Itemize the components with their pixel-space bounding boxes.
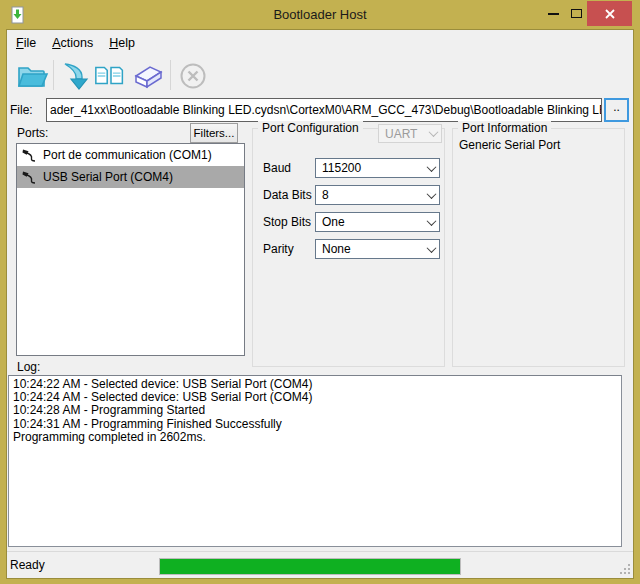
toolbar-separator	[53, 60, 54, 90]
menu-actions-label: A	[52, 36, 60, 50]
port-item-label: USB Serial Port (COM4)	[43, 170, 173, 184]
maximize-icon	[571, 9, 582, 18]
erase-icon	[129, 61, 165, 91]
chevron-down-icon	[430, 125, 437, 142]
file-label: File:	[10, 103, 33, 117]
browse-button[interactable]: ..	[604, 98, 629, 122]
chevron-down-icon	[428, 213, 435, 231]
port-information-content: Generic Serial Port	[459, 138, 560, 152]
file-path-input[interactable]: ader_41xx\Bootloadable Blinking LED.cyds…	[46, 98, 602, 122]
program-icon	[61, 61, 91, 91]
abort-button[interactable]	[175, 58, 211, 94]
toolbar	[7, 55, 633, 97]
progress-fill	[160, 559, 460, 574]
log-line: Programming completed in 2602ms.	[13, 431, 617, 444]
log-line: 10:24:31 AM - Programming Finished Succe…	[13, 418, 617, 431]
log-output[interactable]: 10:24:22 AM - Selected device: USB Seria…	[8, 375, 622, 547]
stop-bits-select[interactable]: One	[315, 212, 440, 232]
program-button[interactable]	[58, 58, 94, 94]
log-line: 10:24:28 AM - Programming Started	[13, 404, 617, 417]
protocol-select[interactable]: UART	[378, 124, 442, 143]
port-information-title: Port Information	[458, 121, 551, 135]
baud-select[interactable]: 115200	[315, 158, 440, 178]
log-label: Log:	[17, 360, 40, 374]
toolbar-separator	[170, 60, 171, 90]
verify-icon	[93, 61, 129, 91]
menu-actions[interactable]: Actions	[44, 30, 101, 55]
serial-port-icon	[21, 169, 37, 185]
parity-label: Parity	[263, 242, 294, 256]
titlebar: Bootloader Host	[0, 0, 640, 30]
port-list[interactable]: Port de communication (COM1) USB Serial …	[16, 143, 245, 356]
stop-bits-label: Stop Bits	[263, 215, 311, 229]
port-list-item-com4[interactable]: USB Serial Port (COM4)	[17, 166, 244, 188]
abort-icon	[178, 61, 208, 91]
data-bits-select[interactable]: 8	[315, 185, 440, 205]
ports-label: Ports:	[17, 126, 48, 140]
resize-grip-icon[interactable]	[619, 564, 630, 575]
minimize-icon	[548, 13, 559, 15]
menu-file[interactable]: File	[8, 30, 44, 55]
parity-select[interactable]: None	[315, 239, 440, 259]
data-bits-label: Data Bits	[263, 188, 312, 202]
status-text: Ready	[10, 558, 45, 572]
statusbar: Ready	[7, 551, 633, 578]
port-configuration-group: Port Configuration Baud 115200 Data Bits…	[252, 128, 445, 367]
verify-button[interactable]	[93, 58, 129, 94]
serial-port-icon	[21, 147, 37, 163]
close-icon	[604, 8, 616, 20]
bootloader-host-window: { "window": { "title": "Bootloader Host"…	[0, 0, 640, 584]
erase-button[interactable]	[129, 58, 165, 94]
port-list-item-com1[interactable]: Port de communication (COM1)	[17, 144, 244, 166]
chevron-down-icon	[428, 240, 435, 258]
port-item-label: Port de communication (COM1)	[43, 148, 212, 162]
minimize-button[interactable]	[541, 1, 565, 26]
open-file-icon	[15, 61, 49, 91]
menu-file-label: F	[16, 36, 24, 50]
client-area: File Actions Help	[7, 30, 633, 578]
open-file-button[interactable]	[14, 58, 50, 94]
baud-label: Baud	[263, 161, 291, 175]
maximize-button[interactable]	[565, 1, 587, 26]
menu-help[interactable]: Help	[101, 30, 143, 55]
progress-bar	[159, 558, 461, 575]
port-information-group: Port Information Generic Serial Port	[452, 128, 625, 367]
menubar: File Actions Help	[7, 30, 633, 55]
menu-help-label: H	[109, 36, 118, 50]
port-configuration-title: Port Configuration	[258, 121, 363, 135]
filters-button[interactable]: Filters...	[190, 123, 238, 143]
close-button[interactable]	[587, 1, 632, 26]
chevron-down-icon	[428, 186, 435, 204]
chevron-down-icon	[428, 159, 435, 177]
